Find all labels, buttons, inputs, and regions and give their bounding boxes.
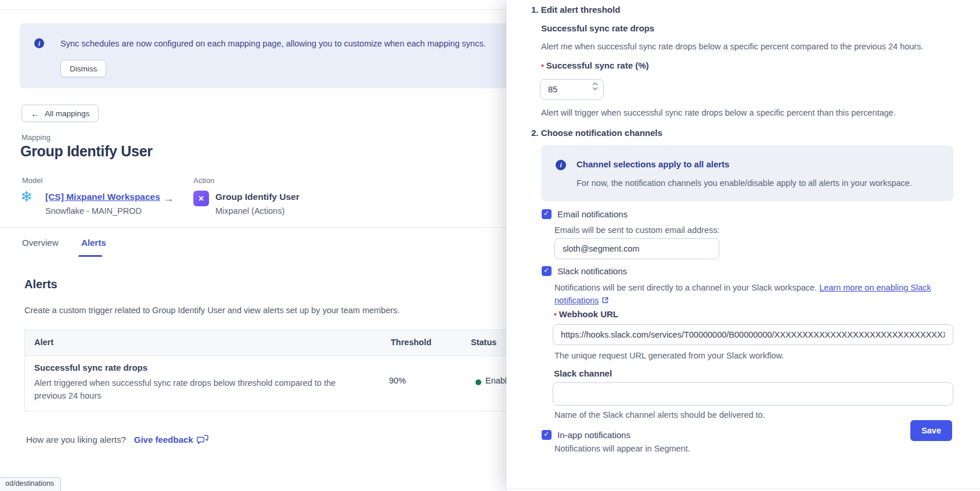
- alerts-heading: Alerts: [24, 278, 57, 291]
- page-title: Group Identify User: [20, 143, 153, 160]
- inapp-description: Notifications will appear in Segment.: [554, 444, 690, 453]
- active-tab-indicator: [78, 255, 102, 257]
- webhook-helper: The unique request URL generated from yo…: [554, 351, 784, 360]
- chat-bubbles-icon: [197, 435, 208, 445]
- alert-settings-drawer: 1. Edit alert threshold Successful sync …: [506, 0, 980, 491]
- column-header-threshold: Threshold: [391, 338, 431, 347]
- callout-title: Channel selections apply to all alerts: [577, 159, 729, 169]
- model-label: Model: [22, 176, 42, 185]
- step2-heading: 2. Choose notification channels: [531, 128, 662, 138]
- status-dot-icon: [475, 379, 481, 385]
- alert-row-title: Successful sync rate drops: [34, 363, 147, 372]
- sync-rate-field-label: Successful sync rate (%): [541, 60, 649, 70]
- back-arrow-icon: ←: [31, 109, 39, 119]
- link-preview-tooltip: od/destinations: [0, 477, 61, 491]
- mixpanel-mark: ×: [199, 193, 204, 204]
- alert-row-threshold: 90%: [389, 376, 406, 385]
- snowflake-icon: ❄: [20, 189, 33, 204]
- action-name: Group Identify User: [215, 192, 300, 202]
- column-header-status: Status: [471, 338, 496, 347]
- email-notifications-row: Email notifications: [542, 209, 628, 219]
- give-feedback-link[interactable]: Give feedback: [134, 435, 209, 445]
- drawer-footer-divider: [506, 489, 980, 491]
- action-subtitle: Mixpanel (Actions): [215, 206, 284, 216]
- step1-heading: 1. Edit alert threshold: [531, 5, 620, 15]
- webhook-url-label: Webhook URL: [554, 309, 618, 319]
- inapp-notifications-checkbox[interactable]: [542, 430, 552, 440]
- page: i Sync schedules are now configured on e…: [0, 0, 980, 491]
- channels-callout: i Channel selections apply to all alerts…: [541, 145, 953, 201]
- column-header-alert: Alert: [34, 338, 53, 347]
- feedback-question: How are you liking alerts?: [26, 435, 126, 445]
- info-icon: i: [556, 160, 566, 170]
- step1-description: Alert me when successful sync rate drops…: [541, 42, 923, 51]
- slack-notifications-label: Slack notifications: [557, 266, 627, 276]
- step1-subtitle: Successful sync rate drops: [541, 23, 654, 33]
- email-address-input[interactable]: [554, 238, 719, 259]
- email-notifications-label: Email notifications: [557, 209, 628, 219]
- tab-overview[interactable]: Overview: [22, 238, 59, 248]
- dismiss-button[interactable]: Dismiss: [60, 60, 106, 77]
- save-button[interactable]: Save: [910, 420, 952, 441]
- all-mappings-button[interactable]: ← All mappings: [21, 105, 99, 122]
- slack-channel-input[interactable]: [553, 382, 953, 406]
- feedback-row: How are you liking alerts? Give feedback: [26, 435, 208, 445]
- alerts-description: Create a custom trigger related to Group…: [24, 306, 399, 315]
- alert-row-description: Alert triggered when successful sync rat…: [34, 377, 359, 402]
- inapp-notifications-label: In-app notifications: [557, 430, 630, 440]
- stepper-buttons[interactable]: [592, 82, 598, 91]
- mapping-eyebrow: Mapping: [21, 133, 51, 142]
- stepper-up-icon: [592, 82, 598, 85]
- email-notifications-checkbox[interactable]: [542, 209, 552, 219]
- callout-body: For now, the notification channels you e…: [577, 178, 912, 188]
- stepper-down-icon: [592, 87, 598, 91]
- flow-arrow-icon: →: [163, 192, 174, 205]
- info-icon: i: [34, 38, 44, 48]
- webhook-url-input[interactable]: [553, 324, 953, 345]
- email-helper: Emails will be sent to custom email addr…: [554, 225, 719, 235]
- give-feedback-label: Give feedback: [134, 435, 193, 445]
- model-name-link[interactable]: [CS] Mixpanel Workspaces: [45, 192, 160, 202]
- slack-channel-label: Slack channel: [554, 368, 612, 378]
- action-label: Action: [193, 176, 214, 185]
- slack-description: Notifications will be sent directly to a…: [554, 281, 961, 307]
- slack-notifications-row: Slack notifications: [542, 266, 627, 276]
- step1-helper: Alert will trigger when successful sync …: [541, 108, 896, 117]
- slack-channel-helper: Name of the Slack channel alerts should …: [554, 410, 765, 420]
- banner-message: Sync schedules are now configured on eac…: [60, 39, 486, 48]
- tab-alerts[interactable]: Alerts: [81, 238, 106, 248]
- external-link-icon: [601, 296, 609, 304]
- slack-description-text: Notifications will be sent directly to a…: [554, 283, 819, 292]
- model-subtitle: Snowflake - MAIN_PROD: [45, 206, 142, 216]
- mixpanel-icon: ×: [193, 191, 209, 206]
- inapp-notifications-row: In-app notifications: [542, 430, 630, 440]
- slack-notifications-checkbox[interactable]: [542, 266, 552, 276]
- all-mappings-label: All mappings: [45, 109, 89, 118]
- sync-rate-stepper: [540, 79, 604, 100]
